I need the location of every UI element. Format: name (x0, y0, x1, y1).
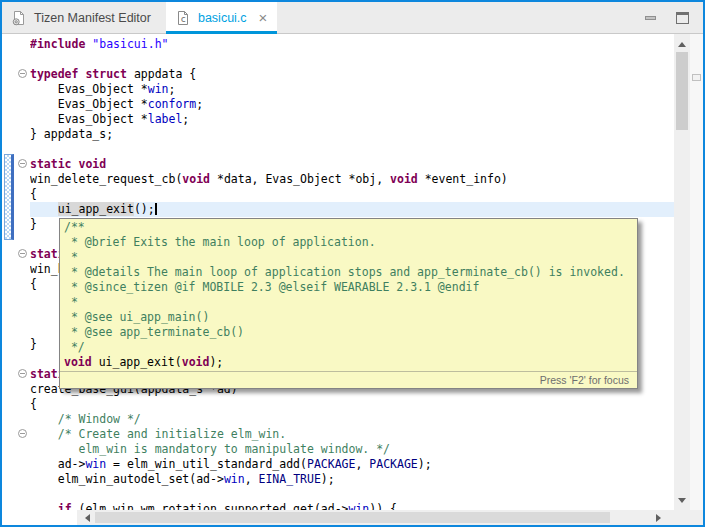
code-line: #include "basicui.h" (30, 37, 674, 52)
code-line: /** (64, 220, 637, 235)
code-line: Evas_Object *win; (30, 82, 674, 97)
hover-doc-content: /** * @brief Exits the main loop of appl… (60, 219, 637, 371)
code-line: typedef struct appdata { (30, 67, 674, 82)
scroll-left-icon[interactable] (79, 510, 95, 525)
method-range-indicator (4, 154, 14, 240)
code-folding-column (16, 34, 30, 510)
scroll-up-icon[interactable] (674, 36, 690, 52)
scrollbar-corner (668, 510, 703, 525)
overview-annotation-marker[interactable] (692, 74, 701, 81)
fold-collapse-icon[interactable] (18, 159, 27, 168)
svg-text:c: c (180, 14, 185, 24)
vertical-scrollbar-thumb[interactable] (676, 52, 688, 130)
code-line: */ (64, 340, 637, 355)
code-line: ad->win = elm_win_util_standard_add(PACK… (30, 457, 674, 472)
hover-doc-tooltip: /** * @brief Exits the main loop of appl… (59, 218, 638, 389)
left-annotation-ruler[interactable] (2, 34, 16, 510)
code-line: * (64, 295, 637, 310)
horizontal-scrollbar-row (2, 510, 703, 525)
code-line: static void (30, 157, 674, 172)
scroll-down-icon[interactable] (674, 492, 690, 508)
code-line: { (30, 397, 674, 412)
tab-label: Tizen Manifest Editor (34, 11, 151, 25)
tab-basicui-c[interactable]: c basicui.c × (166, 2, 277, 33)
fold-collapse-icon[interactable] (18, 69, 27, 78)
close-icon[interactable]: × (259, 11, 268, 25)
manifest-file-gear-icon (12, 10, 26, 26)
code-line (30, 52, 674, 67)
c-source-file-icon: c (176, 10, 190, 26)
scrollbar-left-spacer (2, 510, 77, 525)
horizontal-scrollbar-thumb[interactable] (95, 512, 610, 523)
fold-collapse-icon[interactable] (18, 369, 27, 378)
overview-ruler[interactable] (690, 34, 703, 510)
code-line: void ui_app_exit(void); (64, 355, 637, 370)
code-line: /* Window */ (30, 412, 674, 427)
code-line: * @details The main loop of application … (64, 265, 637, 280)
code-line: } appdata_s; (30, 127, 674, 142)
text-caret (155, 203, 157, 215)
horizontal-scrollbar[interactable] (77, 510, 668, 525)
view-controls (645, 2, 703, 33)
hover-doc-footer: Press 'F2' for focus (60, 371, 637, 388)
code-line: * @see ui_app_main() (64, 310, 637, 325)
code-line: ui_app_exit(); (30, 202, 674, 217)
fold-collapse-icon[interactable] (18, 429, 27, 438)
code-line (30, 487, 674, 502)
editor-window: Tizen Manifest Editor c basicui.c × #inc… (0, 0, 705, 527)
code-line: elm_win_autodel_set(ad->win, EINA_TRUE); (30, 472, 674, 487)
code-line: * @see app_terminate_cb() (64, 325, 637, 340)
code-line: elm_win is mandatory to manipulate windo… (30, 442, 674, 457)
scroll-right-icon[interactable] (650, 510, 666, 525)
code-line: * @since_tizen @if MOBILE 2.3 @elseif WE… (64, 280, 637, 295)
code-line (30, 142, 674, 157)
code-line: * (64, 250, 637, 265)
tab-tizen-manifest-editor[interactable]: Tizen Manifest Editor (2, 2, 161, 33)
tab-label: basicui.c (198, 11, 247, 25)
code-line: win_delete_request_cb(void *data, Evas_O… (30, 172, 674, 187)
code-line: Evas_Object *conform; (30, 97, 674, 112)
code-line: /* Create and initialize elm_win. (30, 427, 674, 442)
vertical-scrollbar[interactable] (674, 34, 690, 510)
minimize-icon[interactable] (645, 16, 656, 20)
code-line: { (30, 187, 674, 202)
occurrence-highlight: ui_app_exit (58, 202, 134, 216)
editor-tab-bar: Tizen Manifest Editor c basicui.c × (2, 2, 703, 34)
fold-collapse-icon[interactable] (18, 249, 27, 258)
code-line: * @brief Exits the main loop of applicat… (64, 235, 637, 250)
maximize-icon[interactable] (676, 12, 689, 24)
code-line: if (elm_win_wm_rotation_supported_get(ad… (30, 502, 674, 510)
code-line: Evas_Object *label; (30, 112, 674, 127)
